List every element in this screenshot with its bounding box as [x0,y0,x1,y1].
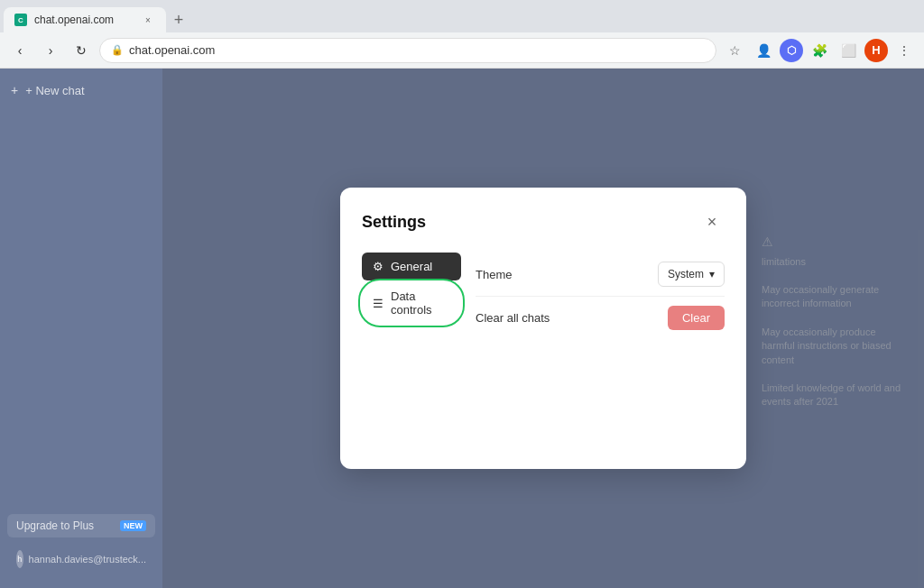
profile-button[interactable]: H [864,39,888,62]
new-tab-button[interactable]: + [166,7,191,32]
upgrade-badge: NEW [120,520,146,531]
modal-footer-space [362,339,725,447]
modal-title: Settings [362,213,426,232]
bookmark-button[interactable]: ☆ [722,38,747,63]
data-controls-icon: ☰ [373,297,383,310]
theme-label: Theme [476,268,512,281]
clear-chats-row: Clear all chats Clear [476,297,725,339]
settings-nav: ⚙ General ☰ Data controls [362,253,461,339]
menu-button[interactable]: ⋮ [892,38,917,63]
upgrade-button[interactable]: Upgrade to Plus NEW [7,514,155,537]
settings-nav-general-label: General [391,260,432,273]
toolbar-actions: ☆ 👤 ⬡ 🧩 ⬜ H ⋮ [722,38,917,63]
active-tab[interactable]: C chat.openai.com × [4,7,166,32]
forward-button[interactable]: › [38,38,63,63]
settings-nav-data-label: Data controls [391,289,450,317]
settings-content: Theme System ▾ Clear all chats Clear [476,253,725,339]
tab-title: chat.openai.com [34,14,114,26]
clear-button[interactable]: Clear [668,306,725,330]
settings-nav-data-controls[interactable]: ☰ Data controls [362,282,461,324]
account-button[interactable]: 👤 [751,38,776,63]
settings-nav-general[interactable]: ⚙ General [362,253,461,280]
tab-close-button[interactable]: × [141,13,155,27]
settings-modal: Settings × ⚙ General ☰ Data co [340,188,746,469]
address-text: chat.openai.com [129,43,215,57]
modal-overlay: Settings × ⚙ General ☰ Data co [162,69,924,588]
chevron-down-icon: ▾ [709,268,715,280]
back-button[interactable]: ‹ [7,38,32,63]
upgrade-label: Upgrade to Plus [16,519,94,532]
theme-value: System [668,268,704,280]
tab-bar: C chat.openai.com × + [0,0,924,32]
new-chat-button[interactable]: + + New chat [0,76,162,105]
page-content: + + New chat Upgrade to Plus NEW h hanna… [0,69,924,588]
window-button[interactable]: ⬜ [836,38,861,63]
new-chat-label: + New chat [25,84,84,97]
extension-button[interactable]: ⬡ [780,39,803,62]
extensions-button[interactable]: 🧩 [807,38,832,63]
address-bar[interactable]: 🔒 chat.openai.com [99,38,716,63]
browser-toolbar: ‹ › ↻ 🔒 chat.openai.com ☆ 👤 ⬡ 🧩 ⬜ H ⋮ [0,32,924,69]
user-info: h hannah.davies@trusteck... [7,545,155,574]
modal-body: ⚙ General ☰ Data controls Theme [362,253,725,339]
modal-header: Settings × [362,209,725,234]
tab-favicon: C [14,14,27,26]
modal-close-button[interactable]: × [699,209,725,234]
refresh-button[interactable]: ↻ [69,38,94,63]
browser-frame: C chat.openai.com × + ‹ › ↻ 🔒 chat.opena… [0,0,924,588]
sidebar: + + New chat Upgrade to Plus NEW h hanna… [0,69,162,588]
user-avatar: h [16,550,23,568]
gear-icon: ⚙ [373,260,383,273]
main-area: ChatGPT ⚠ limitations May occasionally g… [162,69,924,588]
sidebar-bottom: Upgrade to Plus NEW h hannah.davies@trus… [0,507,162,581]
lock-icon: 🔒 [111,44,124,56]
theme-select[interactable]: System ▾ [658,262,725,287]
theme-setting-row: Theme System ▾ [476,253,725,297]
plus-icon: + [11,83,18,97]
clear-chats-label: Clear all chats [476,311,550,325]
user-label: hannah.davies@trusteck... [29,554,146,565]
